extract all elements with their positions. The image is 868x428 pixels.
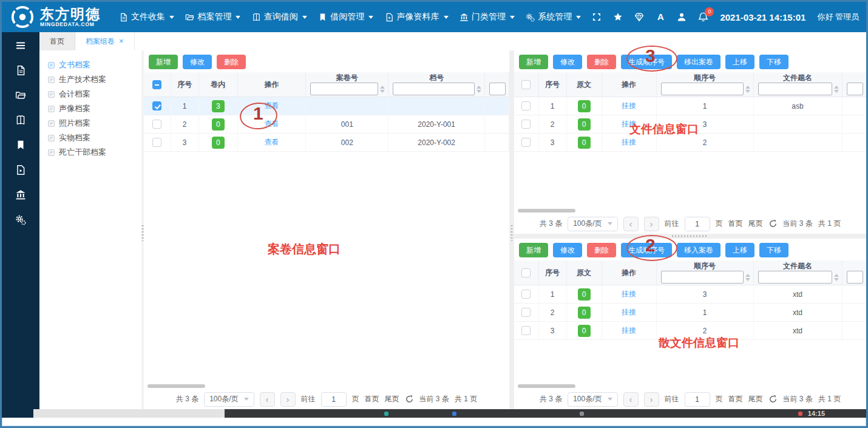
prev-page-button[interactable]: ‹ <box>623 392 639 407</box>
prev-page-button[interactable]: ‹ <box>260 392 275 407</box>
tab-archive-filing[interactable]: 档案组卷 × <box>75 32 135 50</box>
table-row[interactable]: 20挂接3 <box>514 115 866 134</box>
tree-item-2[interactable]: 生产技术档案 <box>47 72 141 87</box>
row-checkbox[interactable] <box>521 101 531 110</box>
filter-input[interactable] <box>310 83 378 95</box>
top-menu-2[interactable]: 档案管理 <box>185 12 240 22</box>
sidebar-menu-icon[interactable] <box>15 40 27 51</box>
next-page-button[interactable]: › <box>644 392 659 407</box>
toolbar-button-6[interactable]: 上移 <box>725 243 754 257</box>
toolbar-button-3[interactable]: 删除 <box>587 55 616 69</box>
scrollbar-thumb[interactable] <box>518 209 575 212</box>
refresh-icon[interactable] <box>405 395 414 404</box>
action-link[interactable]: 挂接 <box>622 120 636 128</box>
refresh-icon[interactable] <box>768 395 778 404</box>
filter-input[interactable] <box>758 83 832 95</box>
tree-item-5[interactable]: 照片档案 <box>47 116 141 131</box>
sidebar-gears-icon[interactable] <box>15 214 27 225</box>
bell-icon[interactable]: 0 <box>698 12 708 22</box>
gem-icon[interactable] <box>634 12 644 22</box>
page-hscrollbar-thumb[interactable] <box>33 409 225 418</box>
scrollbar-thumb[interactable] <box>518 384 575 388</box>
row-checkbox[interactable] <box>152 120 161 129</box>
toolbar-button-2[interactable]: 修改 <box>553 243 582 257</box>
font-size-icon[interactable]: A <box>656 12 665 22</box>
first-page-link[interactable]: 首页 <box>728 219 743 229</box>
first-page-link[interactable]: 首页 <box>365 394 379 404</box>
top-menu-4[interactable]: 借阅管理 <box>318 12 373 22</box>
toolbar-button-1[interactable]: 新增 <box>519 243 548 257</box>
toolbar-button-5[interactable]: 移入案卷 <box>677 243 721 257</box>
filter-input[interactable] <box>847 271 863 284</box>
action-link[interactable]: 查看 <box>265 138 279 146</box>
sort-carets-icon[interactable] <box>745 274 750 281</box>
sidebar-bookmark-icon[interactable] <box>15 140 27 151</box>
sort-carets-icon[interactable] <box>834 274 839 281</box>
prev-page-button[interactable]: ‹ <box>623 217 639 231</box>
row-checkbox[interactable] <box>152 101 161 110</box>
next-page-button[interactable]: › <box>280 392 296 407</box>
page-input[interactable] <box>321 392 347 407</box>
table-row[interactable]: 10挂接1asb <box>514 97 866 115</box>
page-size-select[interactable]: 100条/页 <box>568 217 617 231</box>
sidebar-book-icon[interactable] <box>15 115 27 126</box>
sort-carets-icon[interactable] <box>745 86 750 93</box>
next-page-button[interactable]: › <box>644 217 659 231</box>
toolbar-button-1[interactable]: 新增 <box>149 55 178 69</box>
last-page-link[interactable]: 尾页 <box>385 394 399 404</box>
page-input[interactable] <box>685 217 710 231</box>
last-page-link[interactable]: 尾页 <box>748 394 763 404</box>
table-row[interactable]: 10挂接3xtd <box>514 285 866 304</box>
toolbar-button-4[interactable]: 生成顺序号 <box>621 55 672 69</box>
tree-item-6[interactable]: 实物档案 <box>47 131 141 145</box>
action-link[interactable]: 挂接 <box>622 308 636 316</box>
sort-carets-icon[interactable] <box>834 86 839 93</box>
table-row[interactable]: 20查看0012020-Y-001 <box>144 115 509 134</box>
select-all-checkbox[interactable] <box>521 268 531 277</box>
filter-input[interactable] <box>489 83 506 95</box>
action-link[interactable]: 挂接 <box>622 326 636 335</box>
action-link[interactable]: 查看 <box>265 120 279 128</box>
sidebar-folder-open-icon[interactable] <box>15 90 27 101</box>
toolbar-button-1[interactable]: 新增 <box>519 55 548 69</box>
toolbar-button-6[interactable]: 上移 <box>725 55 754 69</box>
page-input[interactable] <box>685 392 710 407</box>
action-link[interactable]: 挂接 <box>622 138 636 146</box>
sort-carets-icon[interactable] <box>476 86 481 93</box>
sidebar-document-icon[interactable] <box>15 65 27 76</box>
right-splitter[interactable] <box>514 234 866 239</box>
filter-input[interactable] <box>393 83 474 95</box>
sort-carets-icon[interactable] <box>380 86 385 93</box>
tree-splitter[interactable] <box>141 50 144 409</box>
row-checkbox[interactable] <box>521 308 531 317</box>
expand-icon[interactable] <box>592 12 602 22</box>
table-row[interactable]: 30查看0022020-Y-002 <box>144 134 509 152</box>
top-menu-6[interactable]: 门类管理 <box>459 12 515 22</box>
scrollbar-thumb[interactable] <box>147 384 205 388</box>
filter-input[interactable] <box>758 271 832 284</box>
row-checkbox[interactable] <box>521 326 531 335</box>
action-link[interactable]: 查看 <box>265 101 279 110</box>
top-menu-7[interactable]: 系统管理 <box>526 12 581 22</box>
tree-item-7[interactable]: 死亡干部档案 <box>47 145 141 160</box>
toolbar-button-7[interactable]: 下移 <box>759 55 788 69</box>
action-link[interactable]: 挂接 <box>622 101 636 110</box>
row-checkbox[interactable] <box>521 290 531 299</box>
toolbar-button-3[interactable]: 删除 <box>587 243 616 257</box>
top-menu-5[interactable]: 声像资料库 <box>385 12 449 22</box>
top-menu-1[interactable]: 文件收集 <box>119 12 174 22</box>
row-checkbox[interactable] <box>521 120 531 129</box>
page-size-select[interactable]: 100条/页 <box>204 392 254 407</box>
row-checkbox[interactable] <box>152 138 161 147</box>
row-checkbox[interactable] <box>521 138 531 147</box>
toolbar-button-2[interactable]: 修改 <box>183 55 212 69</box>
last-page-link[interactable]: 尾页 <box>748 219 763 229</box>
filter-input[interactable] <box>847 83 863 95</box>
main-splitter[interactable] <box>509 50 514 409</box>
refresh-icon[interactable] <box>768 219 778 228</box>
sidebar-media-file-icon[interactable] <box>15 165 27 175</box>
action-link[interactable]: 挂接 <box>622 290 636 298</box>
table-row[interactable]: 30挂接2 <box>514 134 866 152</box>
toolbar-button-7[interactable]: 下移 <box>759 243 788 257</box>
tab-home[interactable]: 首页 <box>39 32 75 50</box>
